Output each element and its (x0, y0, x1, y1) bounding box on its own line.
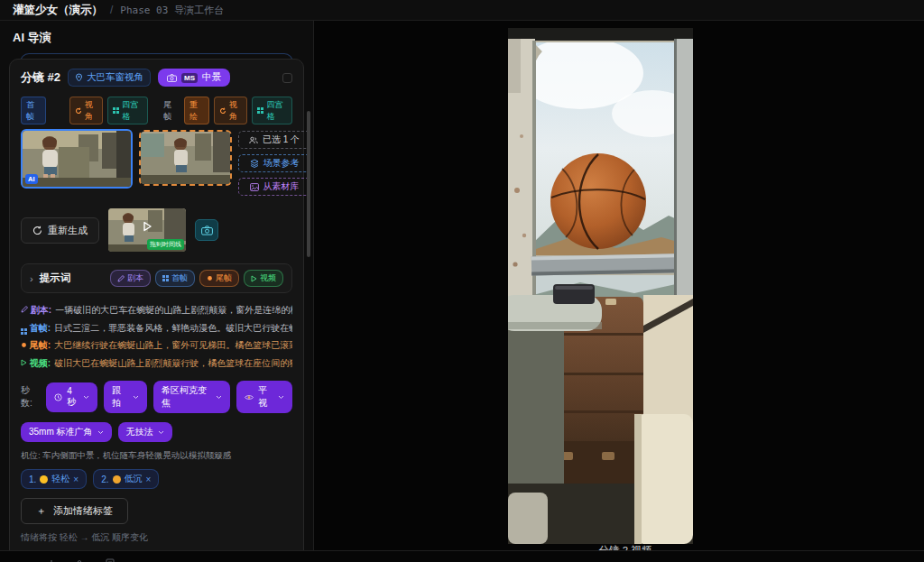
shot-video-preview[interactable] (508, 28, 693, 544)
emotion-emoji-icon (113, 475, 121, 484)
duration-select[interactable]: 4秒 (46, 382, 97, 412)
emotion-tag-1[interactable]: 1. 轻松 × (21, 469, 87, 489)
params-row-2: 35mm 标准广角 无技法 (21, 422, 292, 442)
view-angle-tag[interactable]: 大巴车窗视角 (68, 69, 151, 87)
video-label: 视频: (30, 358, 51, 368)
frame-thumbnails-row: AI (21, 129, 292, 196)
grid-icon (21, 328, 27, 335)
last-frame-view-tag[interactable]: 视角 (214, 97, 248, 124)
pencil-icon (21, 306, 28, 313)
regenerate-row: 重新生成 (21, 208, 292, 252)
last-frame-label: 尾帧 (162, 97, 180, 124)
emotion-sequence-note: 情绪将按 轻松 → 低沉 顺序变化 (21, 531, 292, 544)
scene-reference-button[interactable]: 场景参考 (238, 154, 310, 172)
emotion-index: 1. (29, 474, 36, 484)
last-frame-label: 尾帧: (30, 340, 51, 350)
breadcrumb-project[interactable]: 灌篮少女（演示） (13, 3, 103, 18)
prompt-title: 提示词 (40, 272, 71, 285)
emotion-tags-row: 1. 轻松 × 2. 低沉 × (21, 469, 292, 489)
remove-icon[interactable]: × (146, 474, 152, 484)
chevron-down-icon (158, 428, 164, 437)
director-left-panel: AI 导演 分镜 #2 大巴车窗视角 MS 中景 (0, 21, 314, 551)
tab-last-frame[interactable]: 尾帧 (199, 270, 239, 287)
from-library-button[interactable]: 从素材库 (238, 178, 310, 196)
remove-icon[interactable]: × (73, 474, 79, 484)
emotion-tag-2[interactable]: 2. 低沉 × (93, 469, 159, 489)
shot-size-button[interactable]: MS 中景 (158, 69, 230, 87)
scene-reference-label: 场景参考 (263, 157, 300, 170)
first-frame-view-tag[interactable]: 视角 (69, 97, 104, 124)
first-frame-thumbnail[interactable]: AI (21, 129, 133, 189)
dolly-zoom-value: 希区柯克变焦 (162, 384, 211, 410)
seconds-label: 秒数: (21, 384, 40, 410)
lens-select[interactable]: 35mm 标准广角 (21, 422, 112, 442)
prompt-text-block: 剧本:一辆破旧的大巴车在蜿蜒的山路上剧烈颠簸，窗外是连绵的梯田。沈星晴靠在椅背上… (21, 301, 292, 372)
last-frame-thumbnail[interactable] (139, 130, 232, 186)
left-panel-scrollbar[interactable] (307, 111, 310, 257)
technique-select[interactable]: 无技法 (118, 422, 172, 442)
emotion-label: 轻松 (51, 473, 69, 485)
script-label: 剧本: (31, 305, 51, 315)
last-frame-redraw-tag[interactable]: 重绘 (184, 97, 209, 124)
lens-value: 35mm 标准广角 (29, 426, 93, 438)
chevron-down-icon (133, 393, 139, 401)
dot-icon (207, 275, 213, 281)
tab-script[interactable]: 剧本 (110, 270, 151, 287)
top-navigation-bar: 灌篮少女（演示） / Phase 03 导演工作台 (0, 0, 924, 21)
view-tag-label: 视角 (229, 99, 243, 123)
first-frame-grid-tag[interactable]: 四宫格 (107, 97, 148, 124)
first-frame-tag[interactable]: 首帧 (21, 97, 46, 124)
follow-select[interactable]: 跟拍 (104, 381, 147, 413)
document-icon[interactable] (106, 556, 115, 562)
clock-icon (54, 393, 62, 401)
emotion-emoji-icon (40, 475, 48, 484)
duration-value: 4秒 (67, 386, 79, 409)
shot-video-thumbnail[interactable]: 拖到时间线 (108, 208, 186, 252)
view-angle-label: 大巴车窗视角 (87, 71, 143, 84)
grid-icon (162, 275, 169, 281)
follow-value: 跟拍 (112, 384, 128, 410)
play-outline-icon (251, 275, 257, 282)
prompt-tabs: 剧本 首帧 尾帧 视频 (110, 270, 283, 287)
params-row-1: 秒数: 4秒 跟拍 希区柯克变焦 平视 (21, 381, 292, 413)
tab-first-frame[interactable]: 首帧 (155, 270, 195, 287)
users-icon[interactable] (76, 556, 86, 562)
tab-script-label: 剧本 (127, 272, 143, 284)
shot-title: 分镜 #2 (21, 69, 60, 86)
grid-tag-label: 四宫格 (266, 99, 287, 123)
last-frame-grid-tag[interactable]: 四宫格 (252, 97, 292, 124)
prompt-line-script: 剧本:一辆破旧的大巴车在蜿蜒的山路上剧烈颠簸，窗外是连绵的梯田。沈星晴靠在椅背上 (21, 301, 292, 319)
tab-video[interactable]: 视频 (244, 270, 283, 287)
emotion-index: 2. (101, 474, 108, 484)
shot-select-checkbox[interactable] (282, 73, 292, 83)
shot-size-label: 中景 (202, 71, 221, 84)
refresh-icon (32, 226, 42, 235)
breadcrumb-phase[interactable]: Phase 03 导演工作台 (120, 4, 224, 17)
play-outline-icon (21, 359, 27, 366)
snapshot-camera-button[interactable] (195, 219, 218, 241)
plus-icon[interactable] (47, 556, 56, 562)
panel-title: AI 导演 (13, 30, 300, 46)
plus-icon: ＋ (36, 504, 46, 518)
tab-first-label: 首帧 (171, 272, 188, 284)
breadcrumb-separator: / (110, 4, 113, 16)
prompt-line-video: 视频:破旧大巴在蜿蜒山路上剧烈颠簸行驶，橘色篮球在座位间的狭窄过道上弹跳并快速滚… (21, 355, 292, 373)
regenerate-button[interactable]: 重新生成 (21, 217, 99, 244)
play-icon[interactable] (141, 220, 153, 236)
from-library-label: 从素材库 (263, 180, 300, 193)
location-pin-icon (75, 73, 83, 82)
add-emotion-button[interactable]: ＋ 添加情绪标签 (21, 498, 128, 524)
dolly-zoom-select[interactable]: 希区柯克变焦 (153, 381, 230, 413)
prompt-line-first: 首帧:日式三渲二，罪恶装备风格，鲜艳动漫色。破旧大巴行驶在蜿蜒乡村公路，窗外是梯… (21, 319, 292, 337)
camera-position-note: 机位: 车内侧面中景，机位随车身轻微晃动以模拟颠簸感 (21, 450, 292, 462)
rotate-icon (75, 107, 82, 115)
chevron-down-icon (97, 428, 104, 437)
video-text: 破旧大巴在蜿蜒山路上剧烈颠簸行驶，橘色篮球在座位间的狭窄过道上弹跳并快速滚动 (54, 358, 292, 368)
users-icon (249, 136, 258, 144)
selected-count-button[interactable]: 已选 1 个 (238, 131, 310, 149)
prompt-section-header[interactable]: › 提示词 剧本 首帧 尾帧 (21, 263, 292, 293)
camera-level-select[interactable]: 平视 (236, 381, 292, 413)
tab-last-label: 尾帧 (216, 272, 232, 284)
frame-tags-row: 首帧 视角 四宫格 尾帧 重绘 (21, 97, 292, 124)
regenerate-label: 重新生成 (48, 224, 88, 237)
